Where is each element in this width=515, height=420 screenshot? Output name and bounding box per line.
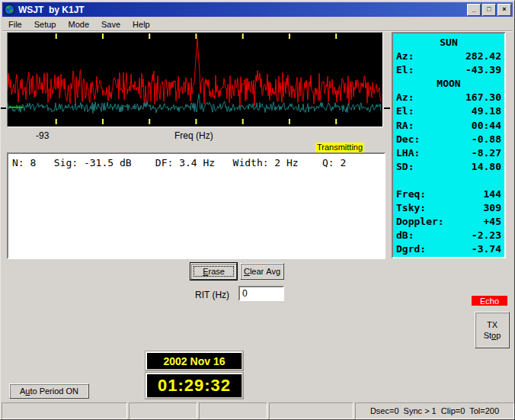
astro-value: -2.23 — [472, 229, 501, 242]
tx-stop-button[interactable]: TXStop — [475, 312, 510, 348]
menu-item-setup[interactable]: Setup — [28, 18, 62, 30]
astro-label: Dgrd: — [396, 242, 426, 256]
astro-row-az: Az:167.30 — [396, 91, 501, 104]
astro-row-db: dB:-2.23 — [396, 229, 501, 242]
globe-icon — [4, 4, 15, 15]
utc-clock-display: 01:29:32 — [146, 373, 243, 399]
astro-row-tsky: Tsky:309 — [396, 201, 501, 215]
auto-period-button[interactable]: Auto Period ON — [9, 383, 89, 399]
average-spectrum-trace — [8, 39, 381, 107]
astro-label: Doppler: — [396, 215, 444, 229]
right-axis-tick — [384, 107, 390, 109]
title-bar: WSJT by K1JT _ □ × — [2, 2, 513, 17]
menu-item-file[interactable]: File — [2, 18, 28, 30]
astro-label: RA: — [396, 119, 414, 133]
minimize-button[interactable]: _ — [467, 4, 481, 16]
astro-label: LHA: — [396, 146, 420, 160]
astro-row-freq: Freq:144 — [396, 188, 501, 201]
astro-value: 309 — [484, 201, 501, 215]
astro-label: El: — [396, 63, 414, 77]
astro-row-lha: LHA:-8.27 — [396, 146, 501, 160]
erase-button[interactable]: Erase — [190, 263, 237, 280]
spectrum-traces — [8, 33, 381, 125]
rit-label: RIT (Hz) — [195, 290, 229, 300]
freq-axis-label: Freq (Hz) — [174, 130, 213, 141]
astro-spacer — [396, 174, 501, 188]
close-button[interactable]: × — [497, 4, 511, 16]
astro-label: dB: — [396, 229, 414, 242]
current-spectrum-trace — [8, 94, 381, 113]
astro-value: +45 — [484, 215, 501, 229]
astro-row-dgrd: Dgrd:-3.74 — [396, 242, 501, 256]
clear-avg-button[interactable]: Clear Avg — [240, 263, 284, 280]
maximize-button[interactable]: □ — [482, 4, 496, 16]
astro-row-el: El:-43.39 — [396, 63, 501, 77]
menu-bar: FileSetupModeSaveHelp — [2, 17, 513, 32]
status-segment-4 — [269, 402, 353, 419]
astro-label: SD: — [396, 160, 414, 174]
astro-header-sun: SUN — [396, 36, 501, 50]
astro-row-dec: Dec:-0.88 — [396, 133, 501, 146]
astro-label: El: — [396, 104, 414, 118]
rit-input[interactable] — [238, 286, 284, 301]
window-title: WSJT by K1JT — [18, 5, 85, 15]
status-segment-3 — [199, 402, 267, 419]
date-display: 2002 Nov 16 — [146, 351, 243, 370]
transmit-status-badge: Transmitting — [315, 143, 364, 152]
tx-stop-line2: Stop — [484, 330, 501, 341]
decode-text-area[interactable]: N: 8 Sig: -31.5 dB DF: 3.4 Hz Width: 2 H… — [7, 152, 385, 259]
astro-value: 282.42 — [465, 50, 501, 63]
astro-value: -43.39 — [465, 63, 501, 77]
astro-value: 167.30 — [465, 91, 501, 104]
astro-row-az: Az:282.42 — [396, 50, 501, 63]
astro-value: 49.18 — [472, 104, 501, 118]
astro-label: Az: — [396, 50, 414, 63]
astro-value: 144 — [484, 188, 501, 201]
echo-mode-badge: Echo — [472, 296, 507, 306]
left-axis-tick — [1, 107, 6, 109]
button-label: Auto Period ON — [20, 386, 78, 396]
spectrum-plot — [7, 32, 383, 127]
button-label: Clear Avg — [244, 267, 280, 276]
menu-item-mode[interactable]: Mode — [62, 18, 95, 30]
status-segment-2 — [129, 402, 197, 419]
astro-row-sd: SD:14.80 — [396, 160, 501, 174]
astro-label: Freq: — [396, 188, 426, 201]
astro-row-ra: RA:00:44 — [396, 119, 501, 133]
astro-row-el: El:49.18 — [396, 104, 501, 118]
astro-data-panel: SUNAz:282.42El:-43.39MOONAz:167.30El:49.… — [392, 32, 506, 258]
tx-stop-line1: TX — [487, 319, 497, 330]
menu-item-help[interactable]: Help — [126, 18, 156, 30]
astro-label: Tsky: — [396, 201, 426, 215]
astro-value: -3.74 — [472, 242, 501, 256]
wsjt-main-window: WSJT by K1JT _ □ × FileSetupModeSaveHelp… — [0, 0, 515, 420]
astro-value: -8.27 — [472, 146, 501, 160]
astro-row-doppler: Doppler:+45 — [396, 215, 501, 229]
astro-value: 00:44 — [472, 119, 501, 133]
status-segment-5: Dsec=0 Sync > 1 Clip=0 Tol=200 — [355, 402, 514, 419]
astro-value: 14.80 — [472, 160, 501, 174]
freq-tick-label: -93 — [36, 130, 49, 141]
astro-value: -0.88 — [472, 133, 501, 146]
decode-readout: N: 8 Sig: -31.5 dB DF: 3.4 Hz Width: 2 H… — [8, 154, 384, 172]
astro-label: Az: — [396, 91, 414, 104]
astro-label: Dec: — [396, 133, 420, 146]
status-segment-1 — [2, 402, 127, 419]
status-bar: Dsec=0 Sync > 1 Clip=0 Tol=200 — [1, 402, 515, 420]
astro-header-moon: MOON — [396, 77, 501, 91]
menu-item-save[interactable]: Save — [95, 18, 126, 30]
